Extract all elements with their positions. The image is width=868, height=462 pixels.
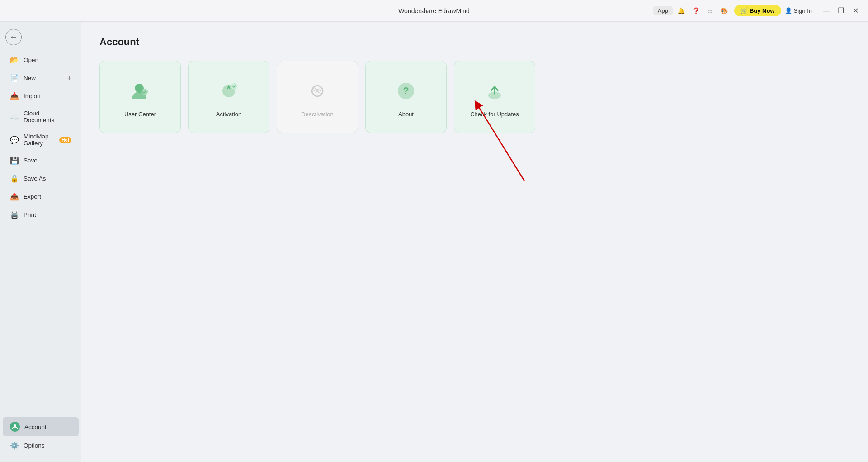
app-title: Wondershare EdrawMind [398,7,470,14]
cart-icon: 🛒 [741,7,748,14]
card-check-updates[interactable]: Check for Updates [454,61,535,133]
title-bar-right: App 🔔 ❓ ⚏ 🎨 🛒 Buy Now 👤 Sign In — ❐ ✕ [653,5,861,16]
about-svg: ? [393,78,419,104]
mindmap-icon: 💬 [10,136,19,144]
sidebar-item-mindmap[interactable]: 💬 MindMap Gallery Hot [3,129,79,151]
card-label-deactivation: Deactivation [301,111,334,118]
sidebar-item-label-save: Save [24,157,38,164]
sidebar-item-label-open: Open [24,57,38,63]
card-label-user-center: User Center [124,111,156,118]
sidebar-item-options[interactable]: ⚙️ Options [3,437,79,454]
hot-badge: Hot [59,137,71,143]
sidebar-item-label-mindmap: MindMap Gallery [24,133,53,147]
main-layout: ← 📂 Open 📄 New + 📥 Import ☁️ Cloud Docum… [0,22,868,462]
sidebar-item-label-account: Account [24,424,47,430]
sidebar-item-account[interactable]: Account [3,417,79,436]
save-icon: 💾 [10,156,19,165]
minimize-button[interactable]: — [821,5,832,16]
community-icon[interactable]: ⚏ [704,5,716,16]
options-icon: ⚙️ [10,441,19,450]
card-label-about: About [398,111,414,118]
sidebar-bottom: Account ⚙️ Options [0,413,81,458]
sidebar-menu: 📂 Open 📄 New + 📥 Import ☁️ Cloud Documen… [0,49,81,413]
sidebar-item-print[interactable]: 🖨️ Print [3,206,79,224]
card-label-activation: Activation [216,111,241,118]
deactivation-icon-wrap [303,76,332,105]
app-badge[interactable]: App [653,6,673,15]
sidebar-item-export[interactable]: 📤 Export [3,188,79,205]
sidebar-item-cloud[interactable]: ☁️ Cloud Documents [3,105,79,128]
sidebar-item-import[interactable]: 📥 Import [3,87,79,105]
sign-in-button[interactable]: 👤 Sign In [785,7,812,14]
sidebar-item-new[interactable]: 📄 New + [3,69,79,87]
card-label-check-updates: Check for Updates [470,111,519,118]
about-icon-wrap: ? [392,76,420,105]
card-deactivation[interactable]: Deactivation [277,61,358,133]
back-button[interactable]: ← [5,29,22,45]
cards-grid: User Center Activation [99,61,850,133]
card-activation[interactable]: Activation [188,61,269,133]
sidebar-item-saveas[interactable]: 🔒 Save As [3,170,79,187]
check-updates-icon-wrap [480,76,509,105]
close-button[interactable]: ✕ [850,5,861,16]
sidebar-item-label-export: Export [24,193,41,200]
deactivation-svg [305,78,330,104]
open-icon: 📂 [10,56,19,64]
sidebar-item-label-cloud: Cloud Documents [24,110,71,124]
saveas-icon: 🔒 [10,174,19,183]
help-icon[interactable]: ❓ [689,5,703,16]
print-icon: 🖨️ [10,210,19,219]
cloud-icon: ☁️ [10,113,19,121]
buy-now-button[interactable]: 🛒 Buy Now [734,5,781,16]
sidebar-item-label-options: Options [24,442,45,449]
content-area: Account User Center [81,22,868,462]
svg-point-0 [14,424,16,427]
notification-icon[interactable]: 🔔 [675,5,688,16]
account-avatar [10,422,20,432]
title-bar: Wondershare EdrawMind App 🔔 ❓ ⚏ 🎨 🛒 Buy … [0,0,868,22]
new-plus-icon: + [67,74,71,82]
export-icon: 📤 [10,192,19,201]
sidebar: ← 📂 Open 📄 New + 📥 Import ☁️ Cloud Docum… [0,22,81,462]
user-center-svg [127,78,153,104]
sidebar-item-label-print: Print [24,211,36,218]
window-controls: — ❐ ✕ [821,5,861,16]
theme-icon[interactable]: 🎨 [717,5,731,16]
user-icon: 👤 [785,7,792,14]
card-about[interactable]: ? About [365,61,447,133]
user-center-icon-wrap [126,76,155,105]
new-icon: 📄 [10,74,19,82]
page-title: Account [99,36,850,48]
content-inner: Account User Center [99,36,850,133]
sidebar-item-label-saveas: Save As [24,175,46,182]
card-user-center[interactable]: User Center [99,61,181,133]
sidebar-item-label-import: Import [24,93,41,100]
import-icon: 📥 [10,92,19,100]
sidebar-item-open[interactable]: 📂 Open [3,51,79,69]
activation-icon-wrap [214,76,243,105]
sidebar-item-label-new: New [24,75,36,81]
activation-svg [216,78,241,104]
toolbar-icons: App 🔔 ❓ ⚏ 🎨 [653,5,731,16]
maximize-button[interactable]: ❐ [835,5,846,16]
sidebar-top: ← [0,25,81,49]
sidebar-item-save[interactable]: 💾 Save [3,152,79,169]
svg-text:?: ? [403,85,409,96]
check-updates-svg [482,78,507,104]
